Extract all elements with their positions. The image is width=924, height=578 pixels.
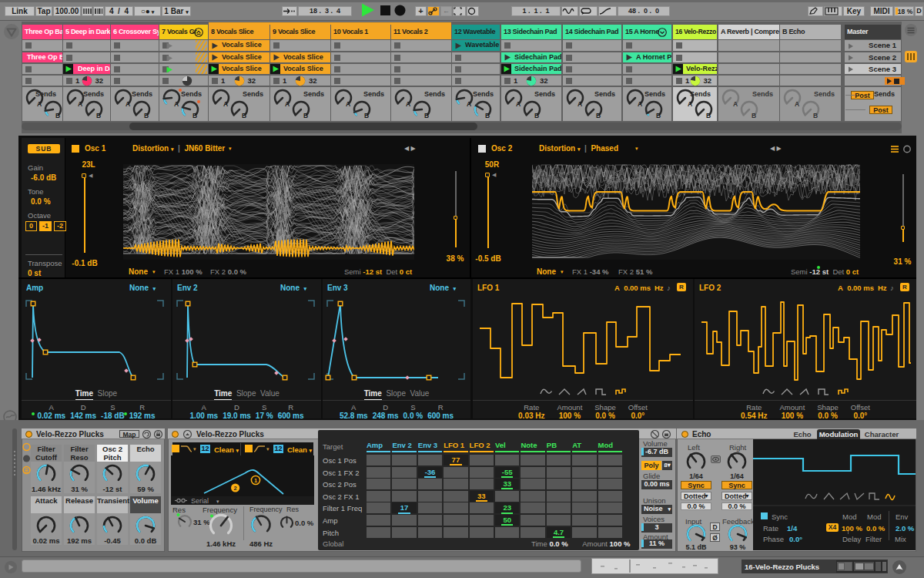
svg-text:B: B [144,112,149,119]
svg-text:B: B [192,112,197,119]
svg-text:B: B [596,112,601,119]
svg-text:B: B [706,112,711,119]
svg-text:A: A [223,100,228,108]
svg-text:B: B [656,112,661,119]
svg-text:A: A [578,100,582,108]
svg-text:A: A [688,100,692,108]
svg-text:A: A [795,100,799,108]
svg-text:A: A [174,100,179,108]
svg-text:B: B [485,112,490,119]
svg-text:2: 2 [234,485,237,492]
svg-text:A: A [733,100,738,108]
svg-text:B: B [752,112,756,119]
svg-text:B: B [96,112,101,119]
svg-text:B: B [364,112,369,119]
svg-text:1: 1 [254,477,257,484]
svg-text:B: B [424,112,429,119]
svg-text:A: A [126,100,130,108]
svg-text:B: B [534,112,539,119]
svg-text:A: A [37,100,42,108]
svg-text:B: B [55,112,60,119]
svg-text:B: B [242,112,246,119]
svg-text:A: A [346,100,350,108]
svg-text:A: A [78,100,82,108]
svg-text:A: A [285,100,290,108]
svg-text:A: A [467,100,471,108]
svg-text:B: B [813,112,818,119]
svg-text:A: A [406,100,410,108]
svg-text:B: B [303,112,308,119]
svg-text:A: A [638,100,642,108]
svg-text:A: A [516,100,521,108]
